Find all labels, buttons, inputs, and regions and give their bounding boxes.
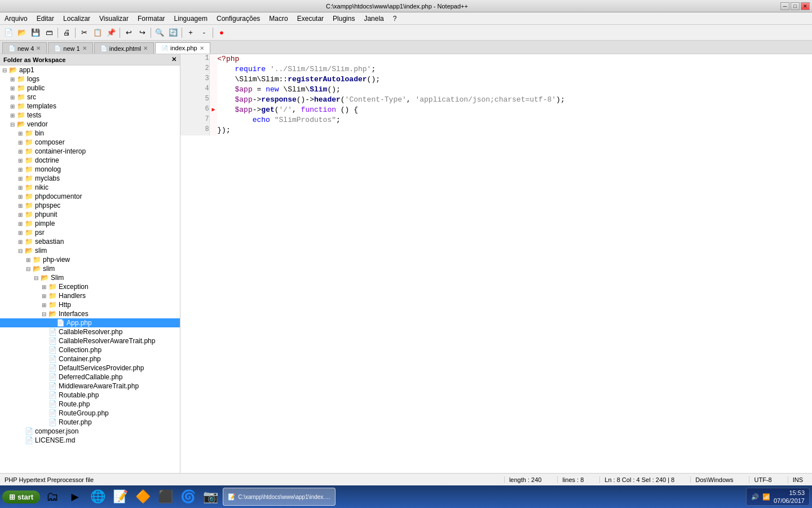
tree-expander-phpdocumentor[interactable]: ⊞ <box>18 194 25 200</box>
tree-node-doctrine[interactable]: ⊞📁doctrine <box>0 156 180 165</box>
menu-item-plugins[interactable]: Plugins <box>328 12 359 24</box>
tab-index-phtml[interactable]: 📄index.phtml ✕ <box>94 42 154 54</box>
tree-node-templates[interactable]: ⊞📁templates <box>0 102 180 111</box>
zoom-out-button[interactable]: - <box>198 27 210 39</box>
tree-expander-php-view[interactable]: ⊞ <box>26 257 33 263</box>
new-button[interactable]: 📄 <box>2 27 15 39</box>
tree-expander-slim2[interactable]: ⊟ <box>26 266 33 272</box>
line-content-8[interactable]: }); <box>217 125 811 135</box>
taskbar-app-ie[interactable]: 🌀 <box>178 487 198 506</box>
tree-expander-myclabs[interactable]: ⊞ <box>18 176 25 182</box>
window-controls[interactable]: ─ □ ✕ <box>780 2 810 10</box>
run-button[interactable]: ● <box>215 27 228 39</box>
menu-item-linguagem[interactable]: Linguagem <box>170 12 212 24</box>
tree-expander-Slim[interactable]: ⊟ <box>34 275 41 281</box>
menu-item-localizar[interactable]: Localizar <box>59 12 95 24</box>
tab-new4[interactable]: 📄new 4 ✕ <box>2 42 47 54</box>
tree-expander-slim[interactable]: ⊟ <box>18 248 25 254</box>
find-button[interactable]: 🔍 <box>153 27 166 39</box>
tab-close-new1[interactable]: ✕ <box>82 45 87 51</box>
menu-item-formatar[interactable]: Formatar <box>133 12 170 24</box>
tree-node-container-interop[interactable]: ⊞📁container-interop <box>0 147 180 156</box>
tree-node-bin[interactable]: ⊞📁bin <box>0 129 180 138</box>
line-content-4[interactable]: $app = new \Slim\Slim(); <box>217 85 811 95</box>
tree-node-CallableResolver.php[interactable]: 📄CallableResolver.php <box>0 327 180 336</box>
taskbar-app-media[interactable]: ▶ <box>65 487 85 506</box>
replace-button[interactable]: 🔄 <box>167 27 179 39</box>
tree-node-logs[interactable]: ⊞📁logs <box>0 75 180 84</box>
line-content-1[interactable]: <?php <box>217 54 811 64</box>
tree-node-monolog[interactable]: ⊞📁monolog <box>0 165 180 174</box>
undo-button[interactable]: ↩ <box>122 27 135 39</box>
close-tree-button[interactable]: ✕ <box>171 56 176 63</box>
tree-node-tests[interactable]: ⊞📁tests <box>0 111 180 120</box>
print-button[interactable]: 🖨 <box>60 27 73 39</box>
paste-button[interactable]: 📌 <box>105 27 117 39</box>
tree-node-App.php[interactable]: 📄App.php <box>0 318 180 327</box>
menu-item-executar[interactable]: Executar <box>293 12 328 24</box>
tab-new1[interactable]: 📄new 1 ✕ <box>48 42 92 54</box>
tree-node-Handlers[interactable]: ⊞📁Handlers <box>0 291 180 300</box>
save-button[interactable]: 💾 <box>29 27 42 39</box>
tree-node-phpunit[interactable]: ⊞📁phpunit <box>0 210 180 219</box>
tree-node-Exception[interactable]: ⊞📁Exception <box>0 282 180 291</box>
menu-item-visualizar[interactable]: Visualizar <box>95 12 133 24</box>
tree-node-Router.php[interactable]: 📄Router.php <box>0 418 180 427</box>
tree-expander-nikic[interactable]: ⊞ <box>18 185 25 191</box>
save-all-button[interactable]: 🗃 <box>43 27 55 39</box>
tree-expander-Exception[interactable]: ⊞ <box>42 284 48 290</box>
tree-expander-public[interactable]: ⊞ <box>10 85 17 91</box>
tree-node-vendor[interactable]: ⊟📂vendor <box>0 120 180 129</box>
tab-close-index-php[interactable]: ✕ <box>200 45 204 51</box>
tree-expander-sebastian[interactable]: ⊞ <box>18 239 25 245</box>
tree-expander-tests[interactable]: ⊞ <box>10 112 17 119</box>
maximize-button[interactable]: □ <box>791 2 800 10</box>
tree-node-MiddlewareAwareTrait.php[interactable]: 📄MiddlewareAwareTrait.php <box>0 382 180 391</box>
tree-expander-phpspec[interactable]: ⊞ <box>18 203 25 209</box>
menu-item-editar[interactable]: Editar <box>32 12 59 24</box>
tree-node-composer.json[interactable]: 📄composer.json <box>0 427 180 436</box>
tree-node-slim[interactable]: ⊟📂slim <box>0 246 180 255</box>
tree-expander-composer[interactable]: ⊞ <box>18 139 25 146</box>
line-content-2[interactable]: require '../Slim/Slim/Slim.php'; <box>217 64 811 75</box>
zoom-in-button[interactable]: + <box>184 27 197 39</box>
taskbar-app-camera[interactable]: 📷 <box>200 487 220 506</box>
tree-node-DefaultServicesProvider.php[interactable]: 📄DefaultServicesProvider.php <box>0 364 180 373</box>
tree-node-phpspec[interactable]: ⊞📁phpspec <box>0 201 180 210</box>
taskbar-app-xampp[interactable]: 🔶 <box>133 487 153 506</box>
taskbar-app-terminal[interactable]: ⬛ <box>155 487 175 506</box>
tab-close-new4[interactable]: ✕ <box>36 45 41 51</box>
taskbar-app-chrome[interactable]: 🌐 <box>87 487 108 506</box>
tree-node-slim2[interactable]: ⊟📂slim <box>0 264 180 273</box>
tree-node-DeferredCallable.php[interactable]: 📄DeferredCallable.php <box>0 373 180 382</box>
tree-node-php-view[interactable]: ⊞📁php-view <box>0 255 180 264</box>
tree-node-nikic[interactable]: ⊞📁nikic <box>0 183 180 192</box>
tree-expander-doctrine[interactable]: ⊞ <box>18 157 25 164</box>
tree-node-app1[interactable]: ⊟📂app1 <box>0 65 180 75</box>
line-content-7[interactable]: echo "SlimProdutos"; <box>217 115 811 125</box>
tree-expander-Interfaces[interactable]: ⊟ <box>42 311 48 317</box>
tree-expander-phpunit[interactable]: ⊞ <box>18 212 25 218</box>
code-editor[interactable]: 1<?php2 require '../Slim/Slim/Slim.php';… <box>180 54 812 473</box>
tree-node-myclabs[interactable]: ⊞📁myclabs <box>0 174 180 183</box>
tree-node-src[interactable]: ⊞📁src <box>0 93 180 102</box>
menu-item-configurações[interactable]: Configurações <box>212 12 264 24</box>
menu-item-macro[interactable]: Macro <box>264 12 292 24</box>
tree-node-LICENSE.md[interactable]: 📄LICENSE.md <box>0 436 180 445</box>
tree-node-Container.php[interactable]: 📄Container.php <box>0 354 180 364</box>
open-button[interactable]: 📂 <box>16 27 28 39</box>
tree-expander-monolog[interactable]: ⊞ <box>18 167 25 173</box>
tree-node-RouteGroup.php[interactable]: 📄RouteGroup.php <box>0 409 180 418</box>
tree-node-Collection.php[interactable]: 📄Collection.php <box>0 345 180 354</box>
tree-expander-Handlers[interactable]: ⊞ <box>42 293 48 299</box>
tree-expander-pimple[interactable]: ⊞ <box>18 221 25 227</box>
menu-item-?[interactable]: ? <box>389 12 401 24</box>
tree-node-composer[interactable]: ⊞📁composer <box>0 138 180 147</box>
cut-button[interactable]: ✂ <box>78 27 90 39</box>
tree-node-Route.php[interactable]: 📄Route.php <box>0 400 180 409</box>
taskbar-app-editor[interactable]: 📝 <box>110 487 130 506</box>
tree-expander-app1[interactable]: ⊟ <box>2 67 9 73</box>
redo-button[interactable]: ↪ <box>136 27 148 39</box>
tree-expander-logs[interactable]: ⊞ <box>10 76 17 82</box>
close-button[interactable]: ✕ <box>801 2 810 10</box>
